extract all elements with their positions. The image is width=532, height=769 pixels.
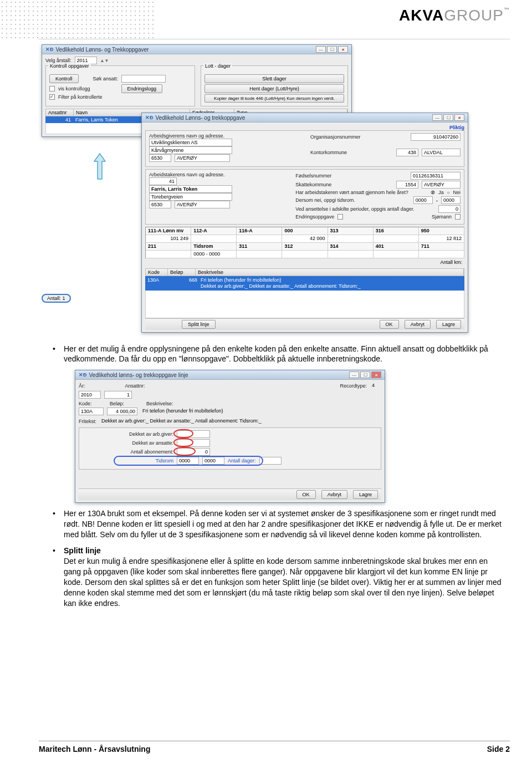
brand-logo: AKVAGROUP™ <box>399 7 510 24</box>
kontroll-button[interactable]: Kontroll <box>49 74 79 83</box>
maximize-button[interactable]: ☐ <box>327 46 337 53</box>
page-footer: Maritech Lønn - Årsavslutning Side 2 <box>39 741 510 753</box>
paragraph-3: Splitt linje Det er kun mulig å endre sp… <box>53 546 504 608</box>
arb-addr[interactable]: Kårvågmyrene <box>149 146 232 154</box>
kode-input[interactable]: 130A <box>79 408 104 415</box>
emp-city[interactable]: AVERØY <box>175 201 230 208</box>
antall-km-label: Antall km: <box>145 258 464 266</box>
lagre-button[interactable]: Lagre <box>353 490 378 499</box>
vis-kontrollogg-checkbox[interactable] <box>49 86 55 91</box>
minimize-button[interactable]: — <box>316 46 326 53</box>
radio-ja[interactable]: Ja <box>438 190 444 195</box>
ans-input[interactable]: 1 <box>104 391 132 399</box>
antall-abonnement-input[interactable]: 0 <box>177 448 210 456</box>
splitt-linje-button[interactable]: Splitt linje <box>182 320 216 329</box>
minimize-button[interactable]: — <box>349 371 359 378</box>
ok-button[interactable]: OK <box>380 320 399 329</box>
emp-postnr[interactable]: 6530 <box>149 201 171 208</box>
tidrom-fra[interactable]: 0000 <box>413 196 433 204</box>
decorative-dots <box>0 0 155 39</box>
radio-nei[interactable]: Nei <box>453 190 461 195</box>
skatt-city[interactable]: AVERØY <box>422 181 461 189</box>
avbryt-button[interactable]: Avbryt <box>321 490 347 499</box>
belop-input[interactable]: 4 000,00 <box>107 408 137 415</box>
fritekst: Dekket av arb.giver:_ Dekket av ansatte:… <box>100 417 381 425</box>
window-linje: ✕ÐVedlikehold lønns- og trekkoppgave lin… <box>75 370 385 503</box>
orgnr-input[interactable]: 910407260 <box>411 133 461 141</box>
sub-row-selected[interactable]: 130A 668 Fri telefon (herunder fri mobil… <box>145 276 464 291</box>
divider <box>39 39 510 39</box>
minimize-button[interactable]: — <box>432 114 442 121</box>
close-button[interactable]: × <box>338 46 348 53</box>
antall-dager[interactable]: 0 <box>438 205 461 213</box>
arb-postnr[interactable]: 6530 <box>149 154 171 162</box>
window-vedlikehold-oppgave: ✕ÐVedlikehold Lønns- og trekkoppgave — ☐… <box>141 113 468 333</box>
kopier-dager-button[interactable]: Kopier dager til kode 446 (Lott/Hyre) Ku… <box>204 94 344 103</box>
lott-legend: Lott - dager <box>203 63 232 69</box>
endringsoppgave-checkbox[interactable] <box>337 214 343 220</box>
beskrivelse: Fri telefon (herunder fri mobiltelefon) <box>141 408 381 415</box>
window-title: Vedlikehold lønns- og trekkoppgave linje <box>89 372 188 378</box>
app-icon: ✕Ð <box>45 47 54 52</box>
maximize-button[interactable]: ☐ <box>360 371 370 378</box>
endringslogg-button[interactable]: Endringslogg <box>121 84 163 93</box>
rec-value: 4 <box>370 382 381 390</box>
dekket-giver-input[interactable] <box>177 430 210 438</box>
kontor-city[interactable]: ALVDAL <box>422 149 461 156</box>
sok-label: Søk ansatt: <box>93 76 119 82</box>
ar-input[interactable]: 2010 <box>79 391 101 399</box>
hent-dager-button[interactable]: Hent dager (Lott/Hyre) <box>204 84 344 93</box>
lagre-button[interactable]: Lagre <box>436 320 461 329</box>
emp-nr[interactable]: 41 <box>149 177 177 185</box>
blue-circle-annotation <box>114 456 263 466</box>
ok-button[interactable]: OK <box>296 490 316 499</box>
close-button[interactable]: × <box>454 114 464 121</box>
fnr-input[interactable]: 01126136311 <box>411 172 461 180</box>
code-grid: 111-A Lønn mv112-A116-A000313316950 101 … <box>145 227 464 258</box>
arb-navn[interactable]: Utviklingsklienten AS <box>149 139 232 146</box>
maximize-button[interactable]: ☐ <box>443 114 453 121</box>
close-button[interactable]: × <box>371 371 381 378</box>
avbryt-button[interactable]: Avbryt <box>405 320 431 329</box>
kontor-nr[interactable]: 438 <box>396 149 418 156</box>
sok-input[interactable] <box>121 75 166 83</box>
paragraph-2: Her er 130A brukt som et eksempel. På de… <box>53 508 504 540</box>
dekket-ansatte-input[interactable] <box>177 439 210 447</box>
arb-city[interactable]: AVERØY <box>175 154 230 162</box>
sjomann-checkbox[interactable] <box>455 214 461 220</box>
app-icon: ✕Ð <box>79 372 87 378</box>
up-arrow-annotation <box>93 152 106 180</box>
paragraph-1: Her er det mulig å endre opplysningene p… <box>53 344 504 365</box>
status-pliktig: Pliktig <box>145 125 464 130</box>
skatt-nr[interactable]: 1554 <box>396 181 418 189</box>
year-label: Velg årstall: <box>45 58 71 63</box>
window-title: Vedlikehold Lønns- og Trekkoppgaver <box>56 47 149 53</box>
window-titlebar: ✕ÐVedlikehold Lønns- og trekkoppgave — ☐… <box>142 113 468 123</box>
window-title: Vedlikehold Lønns- og trekkoppgave <box>156 115 245 121</box>
kontroll-legend: Kontroll oppgaver <box>48 63 91 69</box>
slett-dager-button[interactable]: Slett dager <box>204 74 344 83</box>
window-titlebar: ✕ÐVedlikehold Lønns- og Trekkoppgaver — … <box>42 45 351 54</box>
antall-badge: Antall: 1 <box>42 294 71 303</box>
emp-addr[interactable]: Torebergveien <box>149 193 232 201</box>
app-icon: ✕Ð <box>145 115 154 120</box>
filter-checkbox[interactable] <box>49 94 55 100</box>
emp-name[interactable]: Farris, Larris Token <box>149 185 232 193</box>
tidrom-til[interactable]: 0000 <box>441 196 461 204</box>
